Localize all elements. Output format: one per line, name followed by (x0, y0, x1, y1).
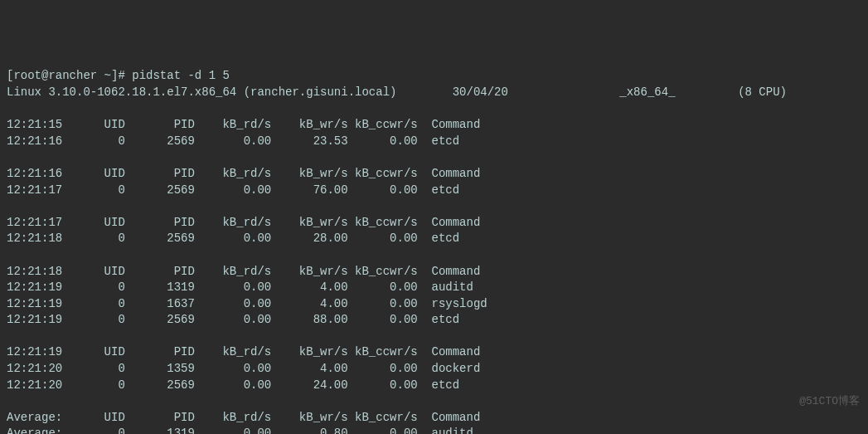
blank-line (7, 329, 861, 345)
pidstat-data-row: 12:21:19 0 2569 0.00 88.00 0.00 etcd (7, 312, 861, 329)
blank-line (7, 393, 861, 410)
pidstat-data-row: 12:21:20 0 1359 0.00 4.00 0.00 dockerd (7, 361, 861, 378)
pidstat-average-row: Average: 0 1319 0.00 0.80 0.00 auditd (7, 426, 861, 434)
pidstat-header-row: 12:21:17 UID PID kB_rd/s kB_wr/s kB_ccwr… (7, 215, 861, 232)
blank-line (7, 149, 861, 166)
terminal-output: [root@rancher ~]# pidstat -d 1 5Linux 3.… (7, 68, 861, 434)
blank-line (7, 101, 861, 118)
watermark-text: @51CTO博客 (799, 394, 860, 409)
shell-prompt[interactable]: [root@rancher ~]# pidstat -d 1 5 (7, 68, 861, 85)
pidstat-data-row: 12:21:17 0 2569 0.00 76.00 0.00 etcd (7, 183, 861, 199)
pidstat-average-header: Average: UID PID kB_rd/s kB_wr/s kB_ccwr… (7, 410, 861, 427)
pidstat-header-row: 12:21:16 UID PID kB_rd/s kB_wr/s kB_ccwr… (7, 166, 861, 183)
pidstat-data-row: 12:21:16 0 2569 0.00 23.53 0.00 etcd (7, 134, 861, 150)
pidstat-data-row: 12:21:19 0 1637 0.00 4.00 0.00 rsyslogd (7, 296, 861, 313)
pidstat-data-row: 12:21:18 0 2569 0.00 28.00 0.00 etcd (7, 231, 861, 247)
pidstat-data-row: 12:21:20 0 2569 0.00 24.00 0.00 etcd (7, 378, 861, 394)
blank-line (7, 247, 861, 264)
pidstat-header-row: 12:21:18 UID PID kB_rd/s kB_wr/s kB_ccwr… (7, 264, 861, 280)
system-info-line: Linux 3.10.0-1062.18.1.el7.x86_64 (ranch… (7, 85, 861, 101)
pidstat-header-row: 12:21:15 UID PID kB_rd/s kB_wr/s kB_ccwr… (7, 117, 861, 134)
pidstat-data-row: 12:21:19 0 1319 0.00 4.00 0.00 auditd (7, 280, 861, 296)
blank-line (7, 198, 861, 215)
pidstat-header-row: 12:21:19 UID PID kB_rd/s kB_wr/s kB_ccwr… (7, 344, 861, 361)
